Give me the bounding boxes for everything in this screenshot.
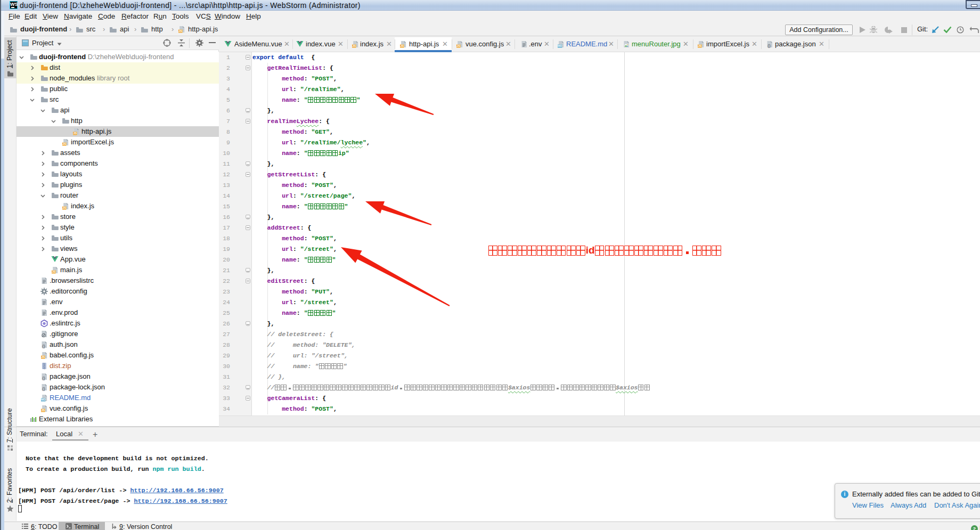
- svg-text:JS: JS: [73, 132, 77, 135]
- svg-text:MD: MD: [558, 44, 562, 47]
- svg-text:JS: JS: [352, 44, 356, 47]
- svg-text:{}: {}: [767, 43, 771, 48]
- svg-text:JS: JS: [62, 142, 66, 145]
- svg-text:{}: {}: [42, 376, 45, 380]
- svg-text:JS: JS: [400, 44, 404, 47]
- svg-text:{}: {}: [42, 344, 45, 348]
- svg-text:{}: {}: [42, 386, 45, 391]
- svg-text:JS: JS: [41, 355, 45, 358]
- svg-text:MD: MD: [41, 398, 45, 401]
- svg-text:JS: JS: [62, 206, 66, 209]
- svg-text:JS: JS: [698, 44, 701, 47]
- svg-text:JS: JS: [178, 29, 182, 32]
- svg-text:JS: JS: [456, 44, 460, 47]
- svg-text:JS: JS: [41, 409, 45, 412]
- svg-text:JS: JS: [52, 270, 55, 273]
